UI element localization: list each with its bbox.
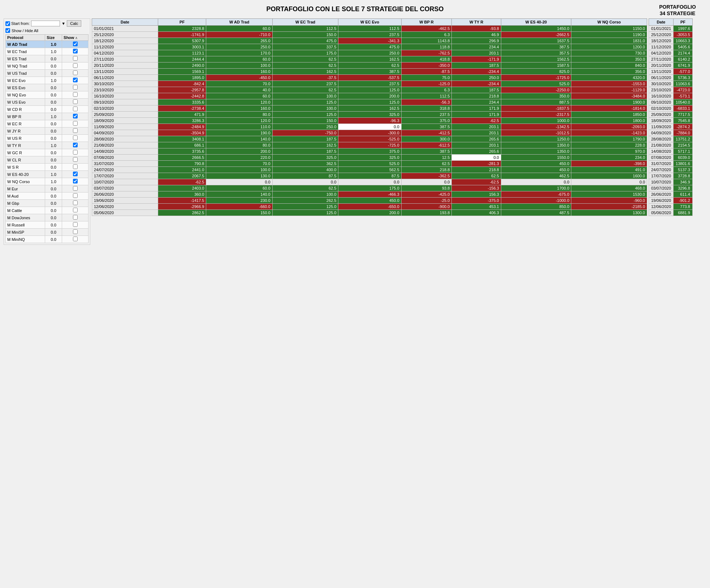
main-container: PORTAFOGLIO CON LE SOLE 7 STRATEGIE DEL … — [4, 4, 706, 245]
protocol-checkbox[interactable] — [73, 85, 78, 90]
protocol-checkbox[interactable] — [73, 92, 78, 97]
right-pf-cell: -7884.0 — [674, 130, 693, 136]
table-cell: 350.0 — [571, 56, 647, 62]
protocol-show-cell[interactable] — [62, 106, 88, 113]
table-cell: 468.0 — [571, 185, 647, 191]
table-cell: 40.0 — [206, 87, 272, 93]
protocol-name: W EC R — [6, 120, 45, 127]
protocol-show-cell[interactable] — [62, 156, 88, 164]
calc-button[interactable]: Calc — [67, 20, 81, 27]
protocol-show-cell[interactable] — [62, 135, 88, 142]
protocol-checkbox[interactable] — [73, 70, 78, 75]
table-cell: -2317.5 — [501, 112, 571, 118]
protocol-show-cell[interactable] — [62, 62, 88, 70]
protocol-checkbox[interactable] — [73, 143, 78, 147]
protocol-show-cell[interactable] — [62, 113, 88, 120]
table-cell: 28/08/2020 — [92, 136, 158, 142]
table-cell: -300.0 — [338, 130, 401, 136]
start-from-checkbox[interactable] — [5, 21, 10, 26]
table-cell: 01/01/2021 — [92, 26, 158, 32]
table-cell: 62.5 — [338, 62, 401, 69]
protocol-show-cell[interactable] — [62, 84, 88, 91]
protocol-show-cell[interactable] — [62, 127, 88, 135]
table-cell: 262.5 — [272, 198, 338, 204]
protocol-show-cell[interactable] — [62, 193, 88, 200]
table-cell: -2966.9 — [158, 204, 206, 210]
protocol-show-cell[interactable] — [62, 178, 88, 185]
protocol-checkbox[interactable] — [73, 237, 78, 241]
size-col-header: Size — [45, 35, 62, 41]
protocol-checkbox[interactable] — [73, 49, 78, 53]
right-pf-cell: 2174.4 — [674, 50, 693, 56]
protocol-checkbox[interactable] — [73, 172, 78, 176]
protocol-show-cell[interactable] — [62, 77, 88, 84]
protocol-show-cell[interactable] — [62, 120, 88, 127]
protocol-show-cell[interactable] — [62, 214, 88, 221]
protocol-show-cell[interactable] — [62, 207, 88, 214]
start-from-date-input[interactable]: 01/01/2020 — [31, 21, 60, 26]
table-row: 25/12/2020-1741.9-710.0150.0237.56.346.9… — [92, 32, 647, 38]
protocol-row: M DowJones 0.0 — [6, 214, 88, 221]
protocol-checkbox[interactable] — [73, 135, 78, 140]
protocol-checkbox[interactable] — [73, 179, 78, 183]
date-dropdown-icon[interactable]: ▼ — [61, 21, 65, 26]
table-cell: 1831.0 — [571, 38, 647, 44]
protocol-show-cell[interactable] — [62, 48, 88, 55]
protocol-checkbox[interactable] — [73, 222, 78, 227]
protocol-checkbox[interactable] — [73, 121, 78, 126]
table-cell: 265.6 — [452, 136, 501, 142]
protocol-show-cell[interactable] — [62, 41, 88, 48]
protocol-checkbox[interactable] — [73, 56, 78, 61]
table-cell: -37.5 — [272, 75, 338, 81]
protocol-show-cell[interactable] — [62, 221, 88, 229]
protocol-checkbox[interactable] — [73, 99, 78, 104]
protocol-show-cell[interactable] — [62, 229, 88, 236]
protocol-checkbox[interactable] — [73, 215, 78, 220]
protocol-show-cell[interactable] — [62, 200, 88, 207]
protocol-show-cell[interactable] — [62, 185, 88, 193]
protocol-name: W TY R — [6, 142, 45, 149]
protocol-row: W JY R 0.0 — [6, 127, 88, 135]
protocol-checkbox[interactable] — [73, 208, 78, 212]
table-cell: 475.0 — [272, 38, 338, 44]
protocol-row: M Aud 0.0 — [6, 193, 88, 200]
protocol-checkbox[interactable] — [73, 186, 78, 191]
right-date-cell: 31/07/2020 — [649, 161, 674, 167]
protocol-checkbox[interactable] — [73, 150, 78, 155]
table-cell: 193.8 — [401, 210, 452, 216]
main-col-header: W EC Evo — [338, 19, 401, 26]
protocol-checkbox[interactable] — [73, 114, 78, 118]
protocol-checkbox[interactable] — [73, 229, 78, 234]
protocol-checkbox[interactable] — [73, 107, 78, 111]
table-cell: 07/08/2020 — [92, 155, 158, 161]
table-cell: 187.5 — [452, 62, 501, 69]
right-date-cell: 28/08/2020 — [649, 136, 674, 142]
show-hide-checkbox[interactable] — [5, 28, 10, 33]
protocol-checkbox[interactable] — [73, 164, 78, 169]
table-cell: 100.0 — [272, 93, 338, 99]
table-cell: 200.0 — [338, 93, 401, 99]
protocol-checkbox[interactable] — [73, 193, 78, 198]
protocol-checkbox[interactable] — [73, 63, 78, 68]
protocol-show-cell[interactable] — [62, 55, 88, 62]
protocol-show-cell[interactable] — [62, 236, 88, 243]
protocol-checkbox[interactable] — [73, 200, 78, 205]
protocol-show-cell[interactable] — [62, 149, 88, 156]
protocol-show-cell[interactable] — [62, 142, 88, 149]
protocol-show-cell[interactable] — [62, 171, 88, 178]
right-pf-cell: 346.9 — [674, 179, 693, 185]
protocol-size: 1.0 — [45, 171, 62, 178]
table-cell: 375.0 — [401, 118, 452, 124]
protocol-show-cell[interactable] — [62, 91, 88, 99]
table-row: 21/08/2020686.180.0162.5-725.0-612.5203.… — [92, 142, 647, 148]
start-from-label[interactable]: Start from: — [5, 21, 30, 26]
protocol-show-cell[interactable] — [62, 164, 88, 171]
protocol-checkbox[interactable] — [73, 128, 78, 133]
protocol-checkbox[interactable] — [73, 157, 78, 162]
table-cell: 112.5 — [401, 93, 452, 99]
protocol-checkbox[interactable] — [73, 42, 78, 46]
protocol-show-cell[interactable] — [62, 99, 88, 106]
protocol-checkbox[interactable] — [73, 78, 78, 82]
protocol-show-cell[interactable] — [62, 70, 88, 77]
right-pf-cell: -3053.5 — [674, 32, 693, 38]
